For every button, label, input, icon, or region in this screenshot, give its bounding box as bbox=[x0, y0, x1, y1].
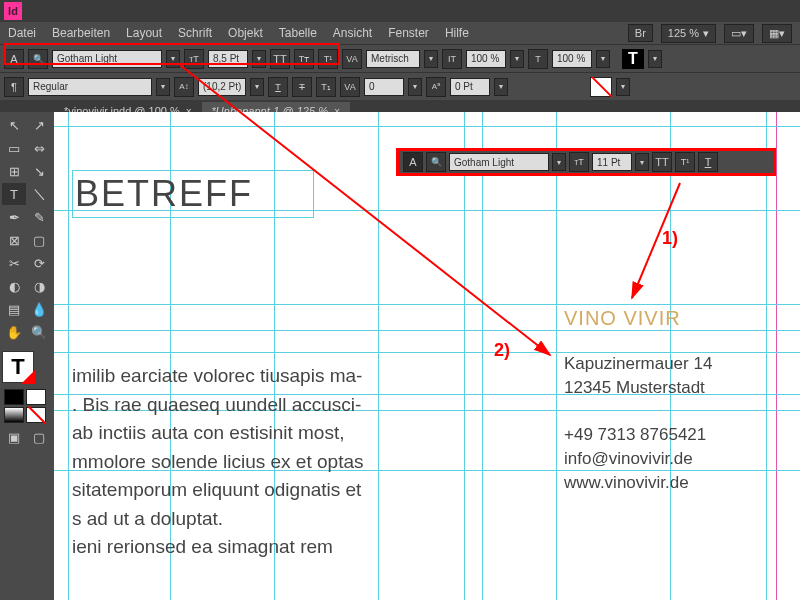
swatch-gradient[interactable] bbox=[4, 407, 24, 423]
hscale-icon: IT bbox=[442, 49, 462, 69]
float-font-dd[interactable]: ▾ bbox=[552, 153, 566, 171]
subscript-button[interactable]: T₁ bbox=[316, 77, 336, 97]
float-underline-button[interactable]: T bbox=[698, 152, 718, 172]
tracking-input[interactable] bbox=[364, 78, 404, 96]
stroke-none-icon[interactable] bbox=[590, 77, 612, 97]
scissors-tool[interactable]: ✂ bbox=[2, 252, 26, 274]
menu-objekt[interactable]: Objekt bbox=[228, 26, 263, 40]
content-place-tool[interactable]: ↘ bbox=[27, 160, 51, 182]
menubar: Datei Bearbeiten Layout Schrift Objekt T… bbox=[0, 22, 800, 44]
view-mode-button[interactable]: ▭▾ bbox=[724, 24, 754, 43]
fill-stroke-indicator[interactable]: T bbox=[2, 351, 34, 383]
font-dropdown[interactable]: ▾ bbox=[166, 50, 180, 68]
eyedropper-tool[interactable]: 💧 bbox=[27, 298, 51, 320]
menu-bearbeiten[interactable]: Bearbeiten bbox=[52, 26, 110, 40]
type-tool[interactable]: T bbox=[2, 183, 26, 205]
gap-tool[interactable]: ⇔ bbox=[27, 137, 51, 159]
stroke-dropdown[interactable]: ▾ bbox=[616, 78, 630, 96]
document-canvas[interactable]: BETREFF imilib earciate volorec tiusapis… bbox=[54, 112, 800, 600]
para-format-icon[interactable]: ¶ bbox=[4, 77, 24, 97]
float-size-dd[interactable]: ▾ bbox=[635, 153, 649, 171]
pencil-tool[interactable]: ✎ bbox=[27, 206, 51, 228]
leading-dropdown[interactable]: ▾ bbox=[250, 78, 264, 96]
titlebar: Id bbox=[0, 0, 800, 22]
hand-tool[interactable]: ✋ bbox=[2, 321, 26, 343]
view-mode-normal[interactable]: ▣ bbox=[2, 426, 26, 448]
color-swatches bbox=[2, 387, 50, 425]
float-size-icon: тT bbox=[569, 152, 589, 172]
floating-control-panel: A 🔍 ▾ тT ▾ TT T¹ T bbox=[396, 148, 776, 176]
betreff-text[interactable]: BETREFF bbox=[72, 170, 314, 218]
leading-input[interactable] bbox=[198, 78, 246, 96]
style-dropdown[interactable]: ▾ bbox=[156, 78, 170, 96]
menu-tabelle[interactable]: Tabelle bbox=[279, 26, 317, 40]
transform-tool[interactable]: ⟳ bbox=[27, 252, 51, 274]
smallcaps-button[interactable]: Tᴛ bbox=[294, 49, 314, 69]
baseline-icon: Aª bbox=[426, 77, 446, 97]
float-tt-button[interactable]: TT bbox=[652, 152, 672, 172]
menu-datei[interactable]: Datei bbox=[8, 26, 36, 40]
vscale-dropdown[interactable]: ▾ bbox=[596, 50, 610, 68]
address-block[interactable]: Kapuzinermauer 14 12345 Musterstadt +49 … bbox=[564, 352, 712, 495]
pen-tool[interactable]: ✒ bbox=[2, 206, 26, 228]
menu-hilfe[interactable]: Hilfe bbox=[445, 26, 469, 40]
swatch-black[interactable] bbox=[4, 389, 24, 405]
underline-button[interactable]: T bbox=[268, 77, 288, 97]
line-tool[interactable]: ＼ bbox=[27, 183, 51, 205]
menu-layout[interactable]: Layout bbox=[126, 26, 162, 40]
hscale-input[interactable] bbox=[466, 50, 506, 68]
font-family-input[interactable] bbox=[52, 50, 162, 68]
kerning-input[interactable] bbox=[366, 50, 420, 68]
body-text[interactable]: imilib earciate volorec tiusapis ma- . B… bbox=[72, 362, 492, 562]
note-tool[interactable]: ▤ bbox=[2, 298, 26, 320]
swatch-none[interactable] bbox=[26, 407, 46, 423]
zoom-level[interactable]: 125 % ▾ bbox=[661, 24, 716, 43]
float-sup-button[interactable]: T¹ bbox=[675, 152, 695, 172]
annotation-1: 1) bbox=[662, 228, 678, 249]
float-font-input[interactable] bbox=[449, 153, 549, 171]
zoom-tool[interactable]: 🔍 bbox=[27, 321, 51, 343]
page-tool[interactable]: ▭ bbox=[2, 137, 26, 159]
tracking-icon: VA bbox=[340, 77, 360, 97]
kerning-icon: VA bbox=[342, 49, 362, 69]
vino-title[interactable]: VINO VIVIR bbox=[564, 307, 681, 330]
swatch-white[interactable] bbox=[26, 389, 46, 405]
baseline-input[interactable] bbox=[450, 78, 490, 96]
leading-icon: A↕ bbox=[174, 77, 194, 97]
bridge-button[interactable]: Br bbox=[628, 24, 653, 42]
vscale-input[interactable] bbox=[552, 50, 592, 68]
direct-select-tool[interactable]: ↗ bbox=[27, 114, 51, 136]
gradient-feather-tool[interactable]: ◑ bbox=[27, 275, 51, 297]
font-size-input[interactable] bbox=[208, 50, 248, 68]
chevron-down-icon: ▾ bbox=[703, 27, 709, 40]
menu-fenster[interactable]: Fenster bbox=[388, 26, 429, 40]
tracking-dropdown[interactable]: ▾ bbox=[408, 78, 422, 96]
size-dropdown[interactable]: ▾ bbox=[252, 50, 266, 68]
strike-button[interactable]: T bbox=[292, 77, 312, 97]
hscale-dropdown[interactable]: ▾ bbox=[510, 50, 524, 68]
search-icon[interactable]: 🔍 bbox=[426, 152, 446, 172]
fill-dropdown[interactable]: ▾ bbox=[648, 50, 662, 68]
content-tool[interactable]: ⊞ bbox=[2, 160, 26, 182]
baseline-dropdown[interactable]: ▾ bbox=[494, 78, 508, 96]
float-size-input[interactable] bbox=[592, 153, 632, 171]
menu-schrift[interactable]: Schrift bbox=[178, 26, 212, 40]
menu-ansicht[interactable]: Ansicht bbox=[333, 26, 372, 40]
allcaps-button[interactable]: TT bbox=[270, 49, 290, 69]
char-icon[interactable]: A bbox=[403, 152, 423, 172]
fill-color-icon[interactable]: T bbox=[622, 49, 644, 69]
gradient-tool[interactable]: ◐ bbox=[2, 275, 26, 297]
rect-tool[interactable]: ▢ bbox=[27, 229, 51, 251]
char-format-icon[interactable]: A bbox=[4, 49, 24, 69]
app-logo: Id bbox=[4, 2, 22, 20]
arrange-button[interactable]: ▦▾ bbox=[762, 24, 792, 43]
view-mode-preview[interactable]: ▢ bbox=[27, 426, 51, 448]
annotation-2: 2) bbox=[494, 340, 510, 361]
superscript-button[interactable]: T¹ bbox=[318, 49, 338, 69]
selection-tool[interactable]: ↖ bbox=[2, 114, 26, 136]
search-icon[interactable]: 🔍 bbox=[28, 49, 48, 69]
kerning-dropdown[interactable]: ▾ bbox=[424, 50, 438, 68]
vscale-icon: T bbox=[528, 49, 548, 69]
rect-frame-tool[interactable]: ⊠ bbox=[2, 229, 26, 251]
font-style-input[interactable] bbox=[28, 78, 152, 96]
